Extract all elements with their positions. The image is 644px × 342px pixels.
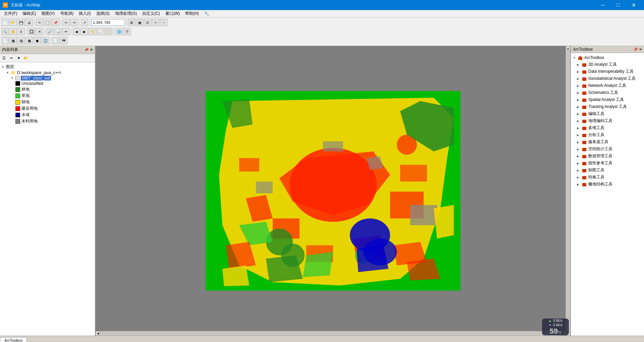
tool-item-2[interactable]: ▶Geostatistical Analyst 工具 <box>572 75 643 82</box>
label-water: 水域 <box>21 112 30 118</box>
toc-list-btn[interactable]: ☰ <box>1 55 7 61</box>
editor-btn[interactable]: ✏ <box>62 28 70 35</box>
zoom-full-btn[interactable]: ⊞ <box>128 19 135 26</box>
menu-tools-icon[interactable]: 🔧 <box>202 10 212 17</box>
identify-btn[interactable]: ℹ <box>17 28 25 35</box>
toc-layer-row[interactable]: ▼ 0807_class_out <box>1 75 94 81</box>
tab-arctoolbox[interactable]: ArcToolbox <box>0 337 27 342</box>
print-btn[interactable]: 🖨 <box>25 19 33 26</box>
layer-name-highlighted[interactable]: 0807_class_out <box>21 76 51 80</box>
menu-select[interactable]: 选择(S) <box>94 10 112 17</box>
mxd-btn[interactable]: 📊 <box>54 28 62 35</box>
save-btn[interactable]: 💾 <box>17 19 25 26</box>
zoom-layer-btn[interactable]: ⊡ <box>144 19 151 26</box>
toc-source-btn[interactable]: 📂 <box>23 55 30 61</box>
select-features-btn[interactable]: 🔲 <box>28 28 35 35</box>
extra-btn-1[interactable]: 📄 <box>1 37 9 44</box>
layout-btn[interactable]: 📑 <box>52 37 59 44</box>
toc-draw-btn[interactable]: ✏ <box>8 55 15 61</box>
tool-item-4[interactable]: ▶Schematics 工具 <box>572 89 643 96</box>
close-button[interactable]: ✕ <box>626 0 641 10</box>
tool-item-8[interactable]: ▶地理编码工具 <box>572 117 643 124</box>
zoom-btn2[interactable]: 🔍 <box>1 28 9 35</box>
copy-btn[interactable]: 📋 <box>44 19 51 26</box>
menu-view[interactable]: 视图(V) <box>39 10 57 17</box>
zoom-out-btn[interactable]: − <box>160 19 167 26</box>
extra-btn-4[interactable]: ▩ <box>25 37 33 44</box>
menu-insert[interactable]: 插入(I) <box>76 10 93 17</box>
tool-item-10[interactable]: ▶分析工具 <box>572 131 643 138</box>
tool-item-5[interactable]: ▶Spatial Analyst 工具 <box>572 96 643 103</box>
paste-btn[interactable]: 📌 <box>52 19 59 26</box>
tool-item-14[interactable]: ▶线性参考工具 <box>572 160 643 167</box>
zoom-in-btn[interactable]: + <box>152 19 159 26</box>
cut-btn[interactable]: ✂ <box>36 19 43 26</box>
nav-fwd-btn[interactable]: ▶ <box>81 28 88 35</box>
measure-btn[interactable]: 📏 <box>89 28 96 35</box>
nav-back-btn[interactable]: ◀ <box>73 28 80 35</box>
new-btn[interactable]: 📄 <box>1 19 9 26</box>
separator-2 <box>61 19 61 26</box>
map-scrollbar-horizontal[interactable]: ◀ ▶ <box>96 331 566 336</box>
toc-pin-btn[interactable]: 📌 ✕ <box>84 48 93 52</box>
maximize-button[interactable]: □ <box>610 0 626 10</box>
scroll-track-v[interactable] <box>566 51 570 331</box>
arctoolbox-pin-btn[interactable]: 📌 ✕ <box>633 47 642 52</box>
pan-btn[interactable]: ✋ <box>9 28 17 35</box>
clear-btn[interactable]: ✕ <box>36 28 43 35</box>
tool-item-13[interactable]: ▶数据管理工具 <box>572 153 643 160</box>
zoom-extent-btn[interactable]: ▦ <box>136 19 143 26</box>
extra-btn-2[interactable]: ▦ <box>9 37 17 44</box>
scale-input[interactable] <box>91 19 125 26</box>
menu-customize[interactable]: 自定义(C) <box>140 10 163 17</box>
tool-item-15[interactable]: ▶制图工具 <box>572 167 643 174</box>
arrow-btn[interactable]: ↗ <box>81 19 88 26</box>
graph-btn[interactable]: 📈 <box>97 28 104 35</box>
tool-item-17[interactable]: ▶栅地结构工具 <box>572 181 643 188</box>
minimize-button[interactable]: ─ <box>595 0 610 10</box>
tool-item-16[interactable]: ▶转换工具 <box>572 174 643 181</box>
attr-btn[interactable]: 📋 <box>105 28 112 35</box>
extra-btn-6[interactable]: 🔤 <box>42 37 49 44</box>
time-btn[interactable]: ⏱ <box>123 28 131 35</box>
tool-item-12[interactable]: ▶空间统计工具 <box>572 146 643 153</box>
scroll-up-btn[interactable]: ▲ <box>566 46 570 51</box>
toc-select-btn[interactable]: ▼ <box>15 55 22 61</box>
map-area[interactable]: ▲ ▼ ◀ ▶ <box>96 46 570 336</box>
tool-icon-7 <box>582 111 587 117</box>
menu-geoprocessing[interactable]: 地理处理(G) <box>112 10 140 17</box>
toc-root-layers[interactable]: ▼ 图层 <box>1 64 94 70</box>
menu-window[interactable]: 窗口(W) <box>163 10 182 17</box>
toc-layers-label: 图层 <box>6 64 14 70</box>
scroll-left-btn[interactable]: ◀ <box>96 331 100 336</box>
scroll-track-h[interactable] <box>100 331 561 336</box>
html-btn[interactable]: 🌐 <box>115 28 123 35</box>
tool-item-9[interactable]: ▶多维工具 <box>572 124 643 131</box>
tool-item-0[interactable]: ▶3D Analyst 工具 <box>572 61 643 68</box>
menu-help[interactable]: 帮助(H) <box>182 10 202 17</box>
map-canvas[interactable] <box>206 91 461 291</box>
undo-btn[interactable]: ↩ <box>62 19 70 26</box>
map-btn[interactable]: 🗺 <box>60 37 67 44</box>
tool-item-11[interactable]: ▶服务器工具 <box>572 138 643 146</box>
tool-item-1[interactable]: ▶Data Interoperability 工具 <box>572 68 643 75</box>
extra-btn-3[interactable]: ▤ <box>17 37 25 44</box>
svg-rect-47 <box>582 155 586 158</box>
redo-btn[interactable]: ↪ <box>70 19 78 26</box>
extra-btn-5[interactable]: ◼ <box>34 37 41 44</box>
map-scrollbar-vertical[interactable]: ▲ ▼ <box>566 46 570 336</box>
layer-checkbox[interactable] <box>15 76 19 80</box>
tool-item-3[interactable]: ▶Network Analyst 工具 <box>572 82 643 89</box>
tool-label-15: 制图工具 <box>588 167 604 173</box>
toc-workspace-row[interactable]: ▼ 📁 D:\workspace_java_c++\ <box>1 70 94 75</box>
tool-item-7[interactable]: ▶编辑工具 <box>572 110 643 117</box>
tool-icon-11 <box>582 139 587 145</box>
menu-edit[interactable]: 编辑(E) <box>20 10 39 17</box>
menu-file[interactable]: 文件(F) <box>1 10 20 17</box>
open-btn[interactable]: 📂 <box>9 19 17 26</box>
tool-label-11: 服务器工具 <box>588 139 608 145</box>
find-btn[interactable]: 🔎 <box>46 28 54 35</box>
menu-bookmark[interactable]: 书签(B) <box>57 10 76 17</box>
arctoolbox-root[interactable]: ▼ ArcToolbox <box>572 54 643 61</box>
tool-item-6[interactable]: ▶Tracking Analyst 工具 <box>572 103 643 110</box>
